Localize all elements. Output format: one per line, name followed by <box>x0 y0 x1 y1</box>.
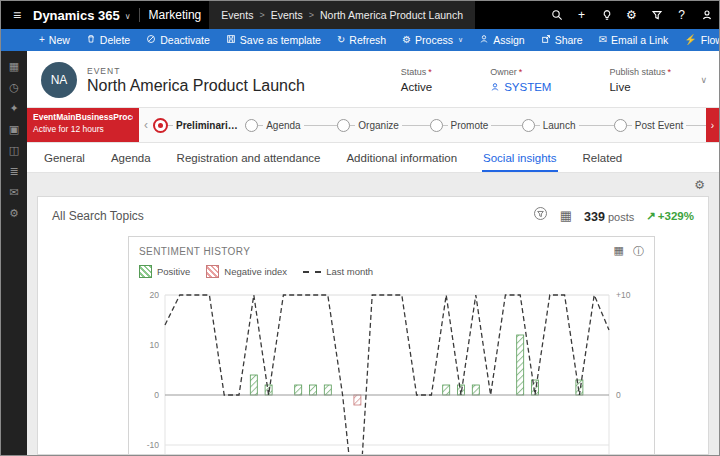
owner-value-link[interactable]: SYSTEM <box>490 81 551 93</box>
record-tabs: General Agenda Registration and attendan… <box>27 143 719 173</box>
stage-post-event[interactable]: Post Event <box>614 119 706 132</box>
area-title[interactable]: Marketing <box>149 8 202 22</box>
process-name-box[interactable]: EventMainBusinessProce... Active for 12 … <box>27 108 139 142</box>
app-window: ≡ Dynamics 365 ∨ Marketing Events > Even… <box>0 0 720 456</box>
positive-swatch-icon <box>139 265 152 278</box>
nav-events-icon[interactable]: ▣ <box>9 124 19 135</box>
search-topics-label[interactable]: All Search Topics <box>52 209 144 223</box>
topic-filter-icon[interactable] <box>533 206 548 225</box>
trend-value: +329% <box>658 210 694 222</box>
top-navigation-bar: ≡ Dynamics 365 ∨ Marketing Events > Even… <box>1 1 719 29</box>
header-fields: Status* Active Owner* SYSTEM Publish sta… <box>401 67 705 93</box>
dashboard-settings-gear-icon[interactable]: ⚙ <box>694 178 705 194</box>
tab-general[interactable]: General <box>43 146 86 172</box>
trend-arrow-icon: ↗ <box>646 209 656 223</box>
nav-recent-icon[interactable]: ◷ <box>9 82 19 93</box>
publish-status-value[interactable]: Live <box>609 81 671 93</box>
process-button[interactable]: ⚙ Process ∨ <box>394 29 471 51</box>
record-avatar: NA <box>41 62 77 98</box>
nav-settings-icon[interactable]: ⚙ <box>9 208 19 219</box>
stage-promote[interactable]: Promote <box>430 119 522 132</box>
negative-swatch-icon <box>206 265 219 278</box>
flow-icon: ⚡ <box>684 35 696 45</box>
svg-text:0: 0 <box>616 390 621 400</box>
stage-circle-active[interactable] <box>153 118 168 133</box>
sentiment-chart-svg: 20100-10+100 <box>129 285 654 455</box>
nav-lists-icon[interactable]: ≣ <box>9 166 18 177</box>
nav-dashboards-icon[interactable]: ▦ <box>9 61 19 72</box>
stage-circle[interactable] <box>337 119 350 132</box>
header-collapse-chevron-icon[interactable]: ∨ <box>700 75 707 85</box>
legend-positive[interactable]: Positive <box>139 265 190 278</box>
stage-organize[interactable]: Organize <box>337 119 429 132</box>
search-icon[interactable] <box>544 1 569 29</box>
filter-icon[interactable] <box>644 1 669 29</box>
delete-button[interactable]: Delete <box>78 29 138 51</box>
app-title[interactable]: Dynamics 365 <box>33 8 120 23</box>
status-value[interactable]: Active <box>401 81 432 93</box>
entity-type-label: EVENT <box>87 66 305 76</box>
app-switcher-caret-icon[interactable]: ∨ <box>125 12 131 21</box>
process-name: EventMainBusinessProce... <box>33 112 133 122</box>
business-process-flow: EventMainBusinessProce... Active for 12 … <box>27 107 719 143</box>
user-account-icon[interactable] <box>694 1 719 29</box>
chevron-down-icon: ∨ <box>458 36 463 44</box>
breadcrumb-item[interactable]: Events <box>221 9 253 21</box>
tab-related[interactable]: Related <box>582 146 624 172</box>
process-gear-icon: ⚙ <box>402 35 411 45</box>
flow-button[interactable]: ⚡ Flow ∨ <box>676 29 720 51</box>
hamburger-menu-icon[interactable]: ≡ <box>1 7 33 23</box>
share-button[interactable]: Share <box>533 29 591 51</box>
breadcrumb-item[interactable]: Events <box>271 9 303 21</box>
tab-registration-and-attendance[interactable]: Registration and attendance <box>176 146 322 172</box>
refresh-icon: ↻ <box>337 35 345 45</box>
email-a-link-button[interactable]: ✉ Email a Link <box>591 29 677 51</box>
tab-agenda[interactable]: Agenda <box>110 146 152 172</box>
save-as-template-button[interactable]: Save as template <box>218 29 329 51</box>
legend-last-month[interactable]: Last month <box>303 266 373 277</box>
sentiment-history-widget: SENTIMENT HISTORY ▦ ⓘ Positive <box>128 236 655 455</box>
svg-text:-10: -10 <box>147 440 160 450</box>
stage-circle[interactable] <box>614 119 627 132</box>
social-insights-card: All Search Topics ▦ 339posts ↗ +3 <box>37 196 709 455</box>
email-icon: ✉ <box>599 35 607 45</box>
breadcrumb-separator: > <box>259 10 264 20</box>
quick-create-icon[interactable]: + <box>569 1 594 29</box>
nav-customers-icon[interactable]: ◫ <box>9 145 19 156</box>
breadcrumb: Events > Events > North America Product … <box>209 1 475 29</box>
save-icon <box>226 34 236 46</box>
tab-social-insights[interactable]: Social insights <box>482 146 558 172</box>
stage-circle[interactable] <box>522 119 535 132</box>
tab-additional-information[interactable]: Additional information <box>345 146 458 172</box>
refresh-button[interactable]: ↻ Refresh <box>329 29 394 51</box>
nav-email-icon[interactable]: ✉ <box>9 187 18 198</box>
trash-icon <box>86 34 96 46</box>
legend-negative-index[interactable]: Negative index <box>206 265 287 278</box>
stage-circle[interactable] <box>430 119 443 132</box>
widget-info-icon[interactable]: ⓘ <box>633 244 644 259</box>
stage-launch[interactable]: Launch <box>522 119 614 132</box>
plus-icon: + <box>39 35 45 45</box>
publish-status-field: Publish status* Live <box>609 67 671 93</box>
process-back-chevron[interactable]: ‹ <box>139 118 153 132</box>
stage-circle[interactable] <box>245 119 258 132</box>
assign-person-icon <box>479 34 489 46</box>
deactivate-button[interactable]: Deactivate <box>138 29 218 51</box>
person-icon <box>490 82 500 92</box>
breadcrumb-separator: > <box>309 10 314 20</box>
widget-grid-icon[interactable]: ▦ <box>614 244 624 259</box>
new-button[interactable]: + New <box>31 29 78 51</box>
stage-preliminaries[interactable]: Preliminaries (12 Hrs) <box>153 118 245 133</box>
stage-agenda[interactable]: Agenda <box>245 119 337 132</box>
grid-view-icon[interactable]: ▦ <box>560 208 572 223</box>
posts-count: 339 <box>584 210 605 224</box>
assign-button[interactable]: Assign <box>471 29 533 51</box>
lightbulb-icon[interactable] <box>594 1 619 29</box>
process-next-chevron[interactable]: › <box>706 108 719 142</box>
nav-pinned-icon[interactable]: ✦ <box>9 103 18 114</box>
command-bar: + New Delete Deactivate Save as template… <box>1 29 719 51</box>
settings-gear-icon[interactable]: ⚙ <box>619 1 644 29</box>
left-nav-rail: ▦ ◷ ✦ ▣ ◫ ≣ ✉ ⚙ <box>1 51 27 455</box>
breadcrumb-item-current[interactable]: North America Product Launch <box>320 9 463 21</box>
help-icon[interactable]: ? <box>669 1 694 29</box>
